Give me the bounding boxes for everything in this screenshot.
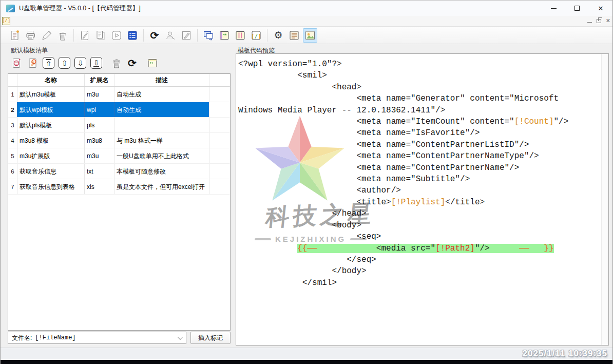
code-content[interactable]: <?wpl version="1.0"?> <smil> <head> <met…	[236, 54, 608, 289]
copy-template-icon[interactable]	[26, 56, 40, 70]
cell-desc: 本模板可随意修改	[114, 164, 209, 179]
arrow-up-glyph: ⇧	[62, 59, 68, 67]
table-row[interactable]: 5m3u扩展版m3u一般U盘歌单用不上此格式	[8, 148, 230, 164]
row-number: 5	[8, 148, 17, 163]
window-columns-icon[interactable]	[233, 28, 247, 43]
child-restore-icon[interactable]	[597, 19, 601, 23]
mdi-menu-bar: [/] ✕	[1, 16, 612, 27]
maximize-button[interactable]	[565, 1, 589, 16]
close-button[interactable]: ✕	[589, 1, 612, 16]
close-icon: ✕	[598, 5, 604, 12]
table-row[interactable]: 3默认pls模板pls	[8, 118, 230, 133]
edit-form-icon[interactable]	[179, 28, 194, 43]
cell-ext: m3u	[84, 148, 114, 163]
gear-glyph: ⚙	[274, 30, 282, 40]
row-number: 1	[8, 87, 17, 102]
refresh-glyph: ⟳	[150, 30, 159, 41]
move-down-icon[interactable]: ⇩	[73, 56, 87, 70]
row-number: 3	[8, 118, 17, 132]
code-preview-panel[interactable]: 科技之星 KEJIZHIXING <?wpl version="1.0"?> <…	[236, 53, 609, 346]
left-panel-title: 默认模板清单	[11, 46, 48, 55]
window-preview-icon[interactable]	[217, 28, 232, 43]
new-file-icon[interactable]	[78, 28, 92, 43]
cell-ext: m3u8	[84, 133, 114, 148]
code-window-icon[interactable]: [/]	[2, 17, 10, 25]
move-top-icon[interactable]: ⇧	[42, 56, 55, 70]
cell-desc: 一般U盘歌单用不上此格式	[114, 148, 209, 163]
template-window-icon[interactable]	[145, 56, 159, 70]
cell-ext: pls	[84, 118, 114, 132]
cell-ext: txt	[84, 164, 114, 179]
run-icon[interactable]	[109, 28, 124, 43]
move-up-icon[interactable]: ⇧	[58, 56, 71, 70]
main-toolbar: ⟳ [/] ⚙	[1, 27, 612, 44]
table-row[interactable]: 4m3u8 模板m3u8与 m3u 格式一样	[8, 133, 230, 148]
add-template-icon[interactable]	[10, 56, 24, 70]
refresh-glyph: ⟳	[128, 58, 137, 68]
arrow-top-glyph: ⇧	[46, 59, 52, 67]
refresh-icon[interactable]: ⟳	[147, 28, 162, 43]
cell-name: m3u扩展版	[17, 148, 84, 163]
child-minimize-icon[interactable]	[587, 22, 592, 23]
svg-text:[/]: [/]	[251, 32, 261, 39]
table-row[interactable]: 2默认wpl模板wpl自动生成	[8, 102, 230, 118]
move-bottom-icon[interactable]: ⇩	[89, 56, 103, 70]
code-manager-icon[interactable]: [/]	[249, 28, 263, 43]
title-bar: U盘歌单管理器 - V5.0.0 - [【代码管理器】] ✕	[1, 1, 612, 16]
settings-icon[interactable]: ⚙	[271, 28, 285, 43]
app-window: U盘歌单管理器 - V5.0.0 - [【代码管理器】] ✕ [/] ✕	[0, 0, 613, 364]
maximize-icon	[574, 6, 580, 11]
cell-ext: wpl	[84, 102, 114, 117]
table-row[interactable]: 6获取音乐信息txt本模板可随意修改	[8, 164, 230, 179]
delete-icon[interactable]	[55, 28, 70, 43]
delete-template-icon[interactable]	[109, 56, 123, 70]
status-bar: 2025/1/11 10:39:35	[1, 348, 612, 360]
window-cascade-icon[interactable]	[201, 28, 216, 43]
child-close-icon[interactable]: ✕	[606, 18, 610, 24]
template-table-body: 1默认m3u模板m3u自动生成2默认wpl模板wpl自动生成3默认pls模板pl…	[8, 87, 230, 195]
insert-tag-button[interactable]: 插入标记	[190, 332, 231, 344]
row-number: 4	[8, 133, 17, 148]
cell-desc: 虽是文本文件，但可用excel打开	[114, 179, 209, 194]
filename-value: [!FileName]	[35, 334, 75, 341]
log-window-icon[interactable]	[287, 28, 301, 43]
cell-name: 获取音乐信息	[17, 164, 84, 179]
cell-name: m3u8 模板	[17, 133, 84, 148]
filename-combobox[interactable]: 文件名: [!FileName]	[8, 332, 186, 344]
bottom-strip	[1, 360, 612, 364]
table-row[interactable]: 7获取音乐信息到表格xls虽是文本文件，但可用excel打开	[8, 179, 230, 195]
list-view-icon[interactable]	[125, 28, 140, 43]
filename-label: 文件名:	[12, 334, 32, 342]
app-icon	[6, 5, 15, 12]
template-list-toolbar: ⇧ ⇧ ⇩ ⇩ ⟳	[10, 56, 161, 70]
cell-name: 默认wpl模板	[17, 102, 84, 117]
row-number: 2	[8, 102, 17, 117]
status-datetime: 2025/1/11 10:39:35	[523, 349, 607, 359]
template-table[interactable]: 名称 扩展名 描述 1默认m3u模板m3u自动生成2默认wpl模板wpl自动生成…	[8, 73, 231, 331]
cell-desc	[114, 118, 209, 132]
cell-desc: 自动生成	[114, 87, 209, 102]
user-icon[interactable]	[163, 28, 178, 43]
minimize-button[interactable]	[542, 1, 565, 16]
cell-ext: m3u	[84, 87, 114, 102]
new-template-icon[interactable]	[8, 28, 22, 43]
minimize-icon	[551, 8, 557, 9]
image-window-icon[interactable]	[303, 28, 317, 43]
header-desc[interactable]: 描述	[114, 74, 209, 86]
cell-name: 默认m3u模板	[17, 87, 84, 102]
table-row[interactable]: 1默认m3u模板m3u自动生成	[8, 87, 230, 102]
cell-desc: 自动生成	[114, 102, 209, 117]
refresh-list-icon[interactable]: ⟳	[125, 56, 139, 70]
window-title: U盘歌单管理器 - V5.0.0 - [【代码管理器】]	[19, 4, 141, 13]
edit-icon[interactable]	[40, 28, 54, 43]
header-name[interactable]: 名称	[17, 74, 84, 86]
table-header: 名称 扩展名 描述	[8, 74, 230, 87]
row-number: 6	[8, 164, 17, 179]
chevron-down-icon[interactable]	[178, 335, 183, 340]
cell-name: 获取音乐信息到表格	[17, 179, 84, 194]
header-ext[interactable]: 扩展名	[84, 74, 114, 86]
cell-desc: 与 m3u 格式一样	[114, 133, 209, 148]
arrow-bottom-glyph: ⇩	[93, 59, 100, 67]
copy-icon[interactable]	[93, 28, 108, 43]
print-icon[interactable]	[24, 28, 38, 43]
